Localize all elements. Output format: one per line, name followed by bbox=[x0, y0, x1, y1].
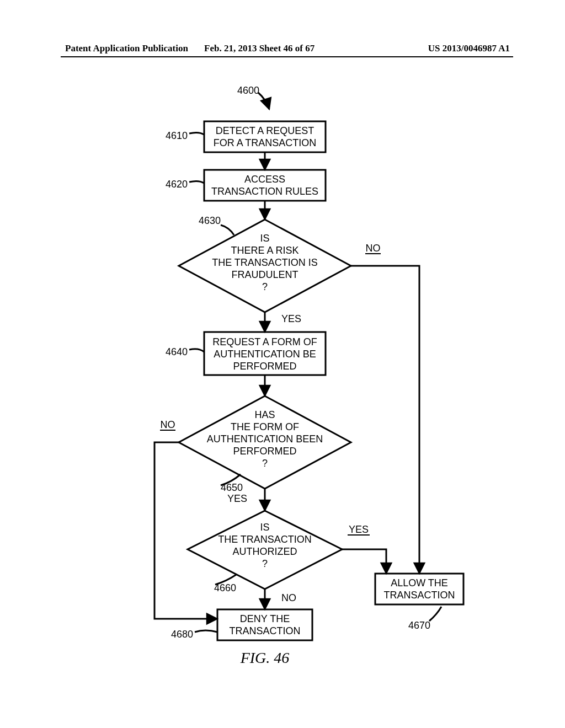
node-4680-text: TRANSACTION bbox=[229, 625, 300, 636]
node-4660-text: ? bbox=[262, 558, 268, 569]
node-4650-text: ? bbox=[262, 458, 268, 469]
node-4640-text: AUTHENTICATION BE bbox=[214, 349, 316, 360]
edge-yes-label: YES bbox=[227, 493, 247, 504]
edge-4650-no bbox=[154, 442, 217, 619]
page: Patent Application Publication Feb. 21, … bbox=[0, 0, 565, 728]
ref-4680: 4680 bbox=[171, 629, 193, 640]
node-4650-text: AUTHENTICATION BEEN bbox=[207, 433, 323, 445]
leader-4620 bbox=[189, 181, 204, 183]
header-rule bbox=[61, 56, 513, 57]
edge-no-label: NO bbox=[366, 243, 381, 254]
node-4650-text: HAS bbox=[254, 409, 275, 420]
leader-4630 bbox=[221, 225, 234, 235]
node-4660-text: IS bbox=[260, 522, 269, 533]
leader-4670 bbox=[429, 607, 441, 621]
node-4670-text: TRANSACTION bbox=[383, 590, 455, 601]
edge-no-label: NO bbox=[161, 419, 175, 430]
node-4620-text: TRANSACTION RULES bbox=[211, 186, 318, 197]
node-4630-text: THERE A RISK bbox=[231, 245, 299, 256]
node-4640-text: PERFORMED bbox=[233, 361, 296, 372]
edge-4660-yes bbox=[342, 549, 386, 574]
header-sheet: Feb. 21, 2013 Sheet 46 of 67 bbox=[204, 43, 315, 54]
edge-no-label: NO bbox=[281, 592, 296, 603]
flowchart: 4600 DETECT A REQUEST FOR A TRANSACTION … bbox=[0, 72, 565, 689]
ref-4640: 4640 bbox=[166, 346, 188, 357]
node-4610-text: FOR A TRANSACTION bbox=[214, 137, 317, 148]
figure-caption: FIG. 46 bbox=[240, 649, 290, 666]
node-4630-text: ? bbox=[262, 281, 268, 292]
ref-4620: 4620 bbox=[166, 179, 188, 190]
ref-4670: 4670 bbox=[408, 620, 430, 631]
node-4630-text: IS bbox=[260, 233, 269, 244]
node-4660-text: AUTHORIZED bbox=[233, 546, 297, 557]
edge-yes-label: YES bbox=[349, 524, 369, 535]
node-4680-text: DENY THE bbox=[240, 613, 290, 624]
leader-4680 bbox=[195, 630, 217, 632]
leader-4640 bbox=[189, 349, 204, 352]
edge-yes-label: YES bbox=[281, 313, 301, 324]
node-4640-text: REQUEST A FORM OF bbox=[212, 336, 317, 347]
figure-number-label: 4600 bbox=[237, 85, 259, 96]
node-4620-text: ACCESS bbox=[244, 174, 285, 185]
node-4610-text: DETECT A REQUEST bbox=[216, 125, 315, 136]
node-4670-text: ALLOW THE bbox=[391, 577, 448, 588]
node-4660-text: THE TRANSACTION bbox=[218, 534, 312, 545]
node-4650-text: THE FORM OF bbox=[231, 421, 299, 432]
figure-number-arrow bbox=[258, 93, 269, 109]
header-pubnum: US 2013/0046987 A1 bbox=[428, 43, 510, 54]
leader-4610 bbox=[189, 132, 204, 135]
ref-4630: 4630 bbox=[199, 215, 221, 226]
node-4630-text: FRAUDULENT bbox=[231, 269, 298, 280]
node-4650-text: PERFORMED bbox=[233, 446, 296, 457]
node-4630-text: THE TRANSACTION IS bbox=[212, 257, 318, 268]
ref-4610: 4610 bbox=[166, 130, 188, 141]
header-publication: Patent Application Publication bbox=[65, 43, 188, 54]
